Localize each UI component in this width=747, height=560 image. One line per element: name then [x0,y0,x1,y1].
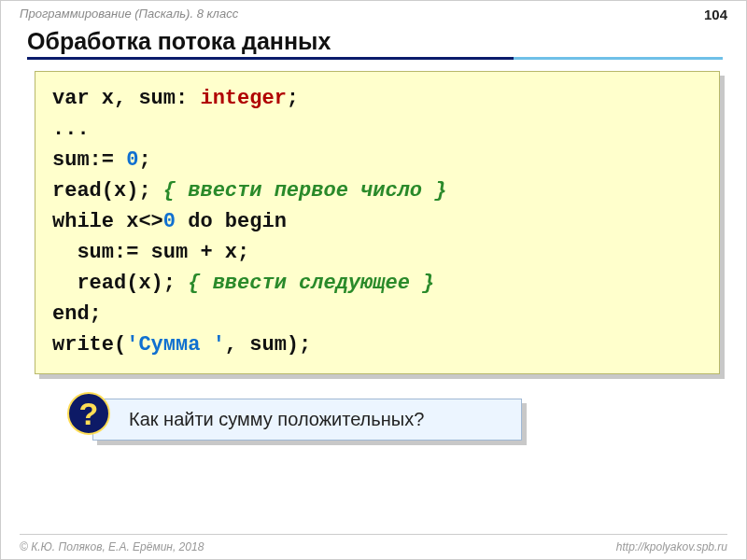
code-comment: { ввести первое число } [163,179,447,203]
prompt-box: ? Как найти сумму положительных? [92,399,522,441]
page-title: Обработка потока данных [27,28,746,55]
footer-divider [20,534,727,535]
question-mark-icon: ? [67,392,110,435]
question-callout: ? Как найти сумму положительных? [92,399,522,441]
code-line: sum:= sum + x; [52,237,702,268]
code-line: read(x); { ввести следующее } [52,268,702,299]
numeric-literal: 0 [163,210,176,233]
page-number: 104 [704,7,727,22]
code-line: read(x); { ввести первое число } [52,175,702,206]
breadcrumb: Программирование (Паскаль). 8 класс [20,7,238,22]
code-line: ... [52,114,702,145]
slide: Программирование (Паскаль). 8 класс 104 … [0,0,747,560]
code-comment: { ввести следующее } [188,272,434,295]
footer-url: http://kpolyakov.spb.ru [616,540,727,553]
footer: © К.Ю. Поляков, Е.А. Ерёмин, 2018 http:/… [1,540,746,553]
code-content: var x, sum: integer; ... sum:= 0; read(x… [35,71,720,374]
prompt-text: Как найти сумму положительных? [129,409,424,429]
type-keyword: integer [200,87,286,110]
string-literal: 'Сумма ' [126,333,225,357]
header: Программирование (Паскаль). 8 класс 104 [1,1,746,22]
code-line: while x<>0 do begin [52,206,702,237]
footer-copyright: © К.Ю. Поляков, Е.А. Ерёмин, 2018 [20,540,204,553]
code-line: end; [52,299,702,329]
code-block: var x, sum: integer; ... sum:= 0; read(x… [35,71,720,374]
code-line: var x, sum: integer; [52,83,702,114]
code-line: write('Сумма ', sum); [52,329,702,360]
numeric-literal: 0 [126,148,138,172]
code-line: sum:= 0; [52,145,702,175]
title-underline [27,57,723,60]
